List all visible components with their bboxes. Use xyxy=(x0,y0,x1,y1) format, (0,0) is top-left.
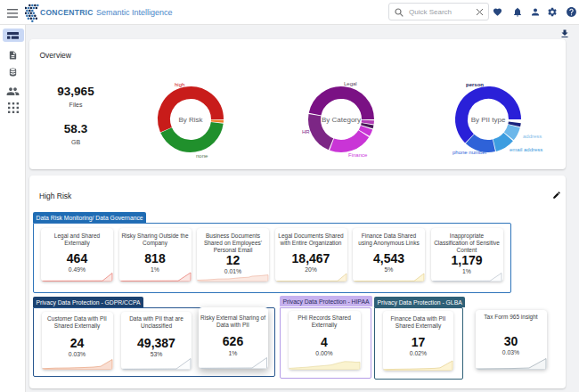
svg-text:HR: HR xyxy=(302,129,310,135)
svg-text:none: none xyxy=(196,153,208,159)
svg-text:phone number: phone number xyxy=(453,150,487,155)
svg-text:Finance: Finance xyxy=(348,152,368,158)
svg-text:high: high xyxy=(175,82,184,87)
svg-text:Legal: Legal xyxy=(344,81,357,86)
svg-text:person: person xyxy=(466,82,484,87)
svg-text:address: address xyxy=(523,134,542,139)
svg-text:By PII type: By PII type xyxy=(471,116,506,124)
svg-text:By Category: By Category xyxy=(322,116,361,124)
svg-text:email address: email address xyxy=(510,147,542,152)
svg-text:By Risk: By Risk xyxy=(178,116,203,124)
